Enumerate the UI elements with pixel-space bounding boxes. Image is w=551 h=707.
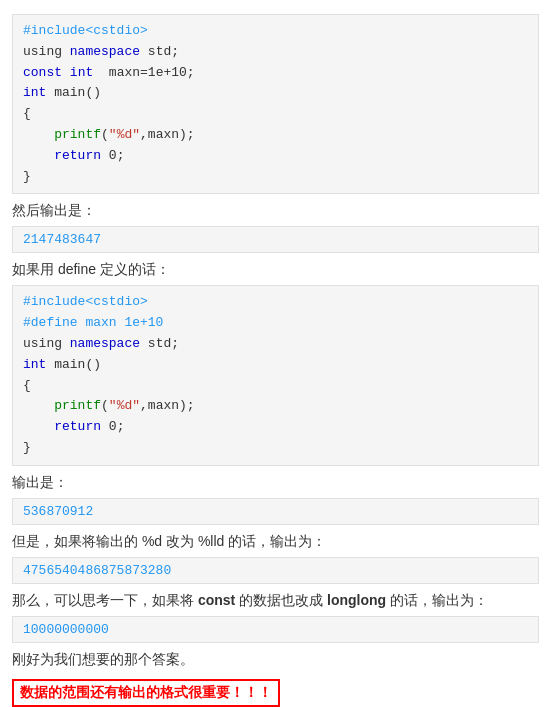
- code-block-1: #include<cstdio> using namespace std; co…: [12, 14, 539, 194]
- output-block-4: 10000000000: [12, 616, 539, 643]
- output-block-3: 4756540486875873280: [12, 557, 539, 584]
- output-block-1: 2147483647: [12, 226, 539, 253]
- highlight-important: 数据的范围还有输出的格式很重要！！！: [12, 673, 539, 707]
- text-perfect-answer: 刚好为我们想要的那个答案。: [12, 651, 539, 669]
- text-change-format: 但是，如果将输出的 %d 改为 %lld 的话，输出为：: [12, 533, 539, 551]
- include-keyword: #include<cstdio>: [23, 23, 148, 38]
- text-define: 如果用 define 定义的话：: [12, 261, 539, 279]
- code-block-2: #include<cstdio> #define maxn 1e+10 usin…: [12, 285, 539, 465]
- important-text: 数据的范围还有输出的格式很重要！！！: [12, 679, 280, 707]
- output-block-2: 536870912: [12, 498, 539, 525]
- page-content: #include<cstdio> using namespace std; co…: [12, 14, 539, 707]
- using-keyword: using: [23, 44, 70, 59]
- text-output-is: 输出是：: [12, 474, 539, 492]
- text-change-const: 那么，可以思考一下，如果将 const 的数据也改成 longlong 的话，输…: [12, 592, 539, 610]
- text-then-output: 然后输出是：: [12, 202, 539, 220]
